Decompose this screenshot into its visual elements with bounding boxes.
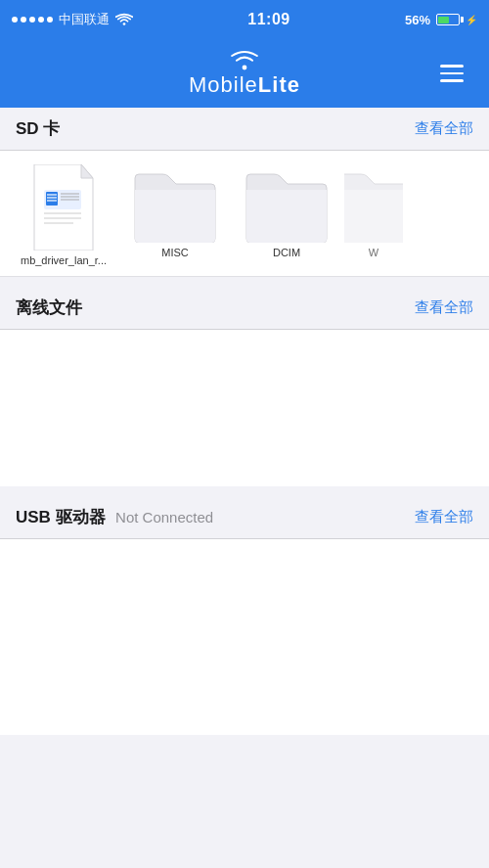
folder-icon-dcim	[243, 164, 331, 243]
offline-section-header: 离线文件 查看全部	[0, 287, 489, 330]
status-left: 中国联通	[12, 11, 133, 28]
file-item-document[interactable]: mb_driver_lan_r...	[10, 164, 117, 266]
battery-icon	[436, 14, 460, 25]
sd-section-title: SD 卡	[16, 117, 60, 140]
app-header: MobileLite	[0, 39, 489, 108]
battery-fill	[438, 17, 449, 23]
usb-section-title: USB 驱动器	[16, 508, 106, 526]
hamburger-icon	[440, 65, 464, 82]
file-name-dcim: DCIM	[273, 247, 300, 258]
carrier-label: 中国联通	[59, 11, 110, 28]
svg-marker-3	[81, 164, 93, 178]
usb-view-all[interactable]: 查看全部	[415, 508, 473, 526]
usb-title-group: USB 驱动器 Not Connected	[16, 506, 213, 528]
usb-section-header: USB 驱动器 Not Connected 查看全部	[0, 496, 489, 539]
offline-content-area	[0, 330, 489, 486]
charging-icon: ⚡	[466, 15, 477, 25]
folder-icon-w	[344, 164, 403, 243]
sd-section-header: SD 卡 查看全部	[0, 108, 489, 151]
battery-percent: 56%	[405, 13, 430, 27]
battery-icon-container	[436, 14, 460, 25]
svg-rect-10	[46, 192, 58, 206]
offline-section-title: 离线文件	[16, 297, 82, 319]
usb-content-area	[0, 539, 489, 735]
file-name-document: mb_driver_lan_r...	[21, 254, 107, 266]
sd-view-all[interactable]: 查看全部	[415, 119, 473, 138]
status-time: 11:09	[247, 11, 289, 28]
signal-dots	[12, 17, 53, 23]
file-item-dcim[interactable]: DCIM	[233, 164, 340, 266]
file-item-w[interactable]: W	[344, 164, 403, 266]
svg-point-0	[123, 23, 126, 25]
status-bar: 中国联通 11:09 56% ⚡	[0, 0, 489, 39]
gap-2	[0, 486, 489, 496]
gap-1	[0, 277, 489, 287]
menu-button[interactable]	[430, 52, 473, 95]
file-name-w: W	[369, 247, 378, 258]
app-logo: MobileLite	[189, 49, 300, 98]
sd-files-row: mb_driver_lan_r... MISC DCIM W	[0, 151, 489, 277]
offline-view-all[interactable]: 查看全部	[415, 298, 473, 317]
app-title: MobileLite	[189, 72, 300, 98]
logo-wifi-icon	[229, 49, 260, 70]
folder-icon-misc	[131, 164, 219, 243]
file-name-misc: MISC	[161, 247, 189, 258]
file-item-misc[interactable]: MISC	[121, 164, 229, 266]
wifi-status-icon	[115, 13, 133, 26]
status-right: 56% ⚡	[405, 13, 477, 27]
document-icon	[24, 164, 103, 251]
usb-status: Not Connected	[115, 509, 213, 525]
svg-point-1	[243, 66, 247, 70]
